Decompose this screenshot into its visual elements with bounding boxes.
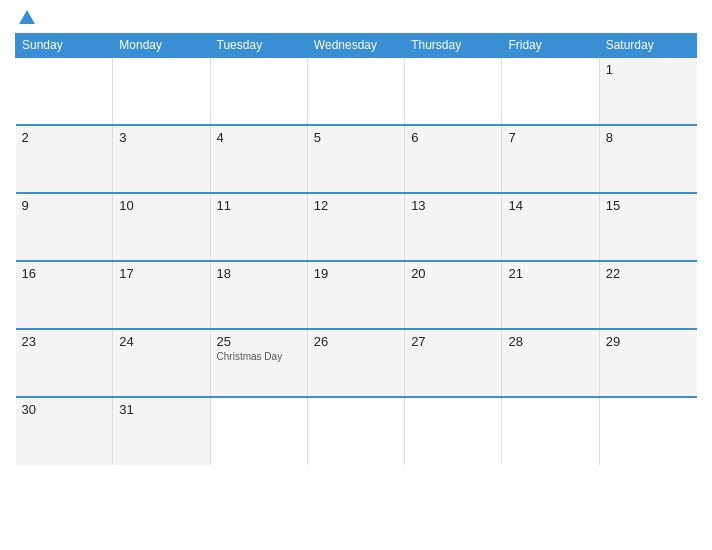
day-number: 1	[606, 62, 691, 77]
day-number: 17	[119, 266, 203, 281]
day-cell: 25Christmas Day	[210, 329, 307, 397]
day-number: 22	[606, 266, 691, 281]
day-number: 12	[314, 198, 398, 213]
day-number: 5	[314, 130, 398, 145]
day-cell: 9	[16, 193, 113, 261]
day-cell: 10	[113, 193, 210, 261]
day-cell	[210, 397, 307, 465]
day-cell: 8	[599, 125, 696, 193]
logo	[15, 10, 35, 25]
day-cell: 31	[113, 397, 210, 465]
weekday-wednesday: Wednesday	[307, 34, 404, 58]
day-cell: 21	[502, 261, 599, 329]
day-cell: 6	[405, 125, 502, 193]
day-cell	[210, 57, 307, 125]
day-cell: 26	[307, 329, 404, 397]
day-number: 18	[217, 266, 301, 281]
day-cell	[307, 57, 404, 125]
weekday-header-row: SundayMondayTuesdayWednesdayThursdayFrid…	[16, 34, 697, 58]
weekday-tuesday: Tuesday	[210, 34, 307, 58]
day-cell: 3	[113, 125, 210, 193]
day-number: 31	[119, 402, 203, 417]
weekday-friday: Friday	[502, 34, 599, 58]
day-cell: 30	[16, 397, 113, 465]
day-number: 30	[22, 402, 107, 417]
day-cell: 27	[405, 329, 502, 397]
day-event-label: Christmas Day	[217, 351, 301, 362]
day-cell: 18	[210, 261, 307, 329]
day-cell: 20	[405, 261, 502, 329]
day-cell	[307, 397, 404, 465]
day-number: 14	[508, 198, 592, 213]
logo-triangle-icon	[19, 10, 35, 24]
day-number: 29	[606, 334, 691, 349]
day-cell	[405, 57, 502, 125]
day-cell: 15	[599, 193, 696, 261]
day-number: 27	[411, 334, 495, 349]
day-number: 6	[411, 130, 495, 145]
day-cell	[16, 57, 113, 125]
weekday-monday: Monday	[113, 34, 210, 58]
day-cell: 1	[599, 57, 696, 125]
day-cell	[502, 397, 599, 465]
day-number: 4	[217, 130, 301, 145]
week-row-5: 232425Christmas Day26272829	[16, 329, 697, 397]
day-cell: 12	[307, 193, 404, 261]
week-row-2: 2345678	[16, 125, 697, 193]
day-number: 28	[508, 334, 592, 349]
day-number: 21	[508, 266, 592, 281]
calendar-table: SundayMondayTuesdayWednesdayThursdayFrid…	[15, 33, 697, 465]
day-number: 24	[119, 334, 203, 349]
day-number: 19	[314, 266, 398, 281]
week-row-3: 9101112131415	[16, 193, 697, 261]
day-cell: 24	[113, 329, 210, 397]
day-cell	[113, 57, 210, 125]
day-number: 8	[606, 130, 691, 145]
weekday-thursday: Thursday	[405, 34, 502, 58]
day-number: 3	[119, 130, 203, 145]
day-number: 15	[606, 198, 691, 213]
day-cell	[502, 57, 599, 125]
day-number: 10	[119, 198, 203, 213]
day-number: 2	[22, 130, 107, 145]
day-cell: 28	[502, 329, 599, 397]
day-number: 26	[314, 334, 398, 349]
day-number: 11	[217, 198, 301, 213]
day-cell: 7	[502, 125, 599, 193]
day-cell: 16	[16, 261, 113, 329]
day-number: 20	[411, 266, 495, 281]
day-cell: 17	[113, 261, 210, 329]
week-row-6: 3031	[16, 397, 697, 465]
week-row-1: 1	[16, 57, 697, 125]
day-cell: 19	[307, 261, 404, 329]
header	[15, 10, 697, 25]
weekday-sunday: Sunday	[16, 34, 113, 58]
day-number: 9	[22, 198, 107, 213]
day-number: 16	[22, 266, 107, 281]
day-cell: 2	[16, 125, 113, 193]
day-cell: 11	[210, 193, 307, 261]
day-cell	[599, 397, 696, 465]
day-cell: 23	[16, 329, 113, 397]
day-cell: 14	[502, 193, 599, 261]
week-row-4: 16171819202122	[16, 261, 697, 329]
day-cell: 13	[405, 193, 502, 261]
day-cell: 4	[210, 125, 307, 193]
day-cell: 5	[307, 125, 404, 193]
weekday-saturday: Saturday	[599, 34, 696, 58]
day-number: 25	[217, 334, 301, 349]
day-cell: 29	[599, 329, 696, 397]
day-number: 13	[411, 198, 495, 213]
day-cell: 22	[599, 261, 696, 329]
calendar-page: SundayMondayTuesdayWednesdayThursdayFrid…	[0, 0, 712, 550]
day-cell	[405, 397, 502, 465]
day-number: 7	[508, 130, 592, 145]
day-number: 23	[22, 334, 107, 349]
